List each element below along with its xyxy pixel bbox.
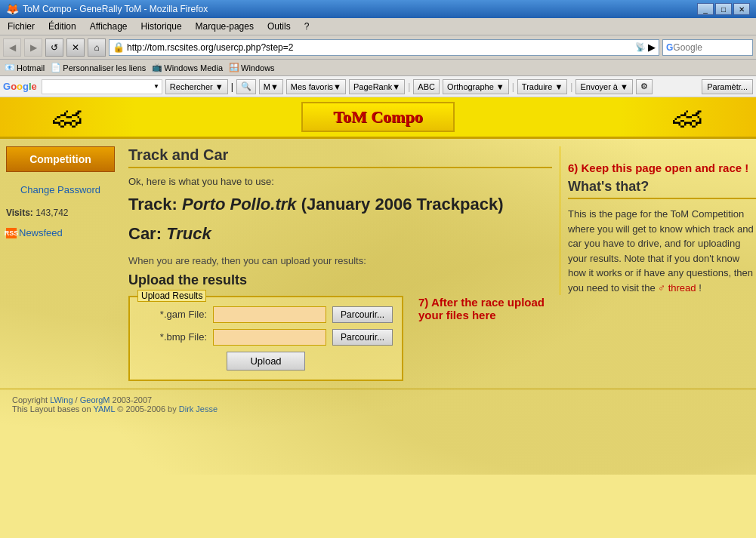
sidebar: Competition Change Password Visits: 143,… xyxy=(0,139,121,389)
track-pack: (January 2006 Trackpack) xyxy=(301,195,504,214)
header-banner-inner: ToM Compo xyxy=(301,102,454,132)
address-input[interactable] xyxy=(127,42,633,53)
search-box[interactable]: G ▼ xyxy=(662,39,753,56)
reload-button[interactable]: ↺ xyxy=(45,38,63,57)
menu-outils[interactable]: Outils xyxy=(264,20,294,33)
address-bar[interactable]: 🔒 📡 ▶ xyxy=(109,39,659,56)
menu-fichier[interactable]: Fichier xyxy=(5,20,38,33)
menu-help[interactable]: ? xyxy=(301,20,313,33)
gbar-mail-button[interactable]: M▼ xyxy=(259,79,283,94)
thread-link[interactable]: ♂ thread xyxy=(658,282,699,294)
menu-affichage[interactable]: Affichage xyxy=(87,20,131,33)
envoyer-button[interactable]: Envoyer à ▼ xyxy=(575,79,632,94)
personnaliser-label[interactable]: Personnaliser les liens xyxy=(63,63,146,72)
georgm-link[interactable]: GeorgM xyxy=(80,395,110,404)
upload-button[interactable]: Upload xyxy=(227,352,304,370)
toolbar: ◀ ▶ ↺ ✕ ⌂ 🔒 📡 ▶ G ▼ xyxy=(0,35,756,60)
footer-year: 2003-2007 xyxy=(113,395,153,404)
keep-open-text: 6) Keep this page open and race ! xyxy=(568,161,756,174)
title-bar-buttons[interactable]: _ □ ✕ xyxy=(697,3,750,15)
gam-file-row: *.gam File: Parcourir... xyxy=(139,306,393,323)
menu-bar: Fichier Édition Affichage Historique Mar… xyxy=(0,18,756,35)
right-column: 6) Keep this page open and race ! What's… xyxy=(560,146,756,295)
lwing-link[interactable]: LWing xyxy=(50,395,73,404)
thread-link-label[interactable]: thread xyxy=(668,282,696,294)
rechercher-button[interactable]: Rechercher ▼ xyxy=(165,79,228,94)
upload-row: Upload Results *.gam File: Parcourir... … xyxy=(128,296,552,381)
competition-button[interactable]: Competition xyxy=(6,146,115,172)
windows-media-icon: 📺 xyxy=(152,63,162,72)
change-password-link[interactable]: Change Password xyxy=(0,178,121,201)
gbar-sep4: | xyxy=(570,81,572,92)
visits-count: 143,742 xyxy=(35,208,68,218)
menu-edition[interactable]: Édition xyxy=(45,20,79,33)
car-name: Truck xyxy=(166,224,211,243)
bookmark-personnaliser[interactable]: 📄 Personnaliser les liens xyxy=(51,63,146,72)
bmp-file-input[interactable] xyxy=(213,329,326,346)
upload-box-legend: Upload Results xyxy=(137,290,206,302)
close-button[interactable]: ✕ xyxy=(733,3,750,15)
stop-button[interactable]: ✕ xyxy=(66,38,85,57)
abc-button[interactable]: ABC xyxy=(413,79,440,94)
bookmark-hotmail[interactable]: 📧 Hotmail xyxy=(5,63,45,72)
gbar-settings-button[interactable]: ⚙ xyxy=(636,79,653,94)
gam-file-input[interactable] xyxy=(213,306,326,323)
back-button[interactable]: ◀ xyxy=(3,38,21,57)
forward-button[interactable]: ▶ xyxy=(24,38,42,57)
bookmark-windows[interactable]: 🪟 Windows xyxy=(229,63,275,72)
footer-layout: This Layout bases on YAML © 2005-2006 by… xyxy=(12,404,744,413)
gbar-sep1: | xyxy=(231,81,233,92)
home-button[interactable]: ⌂ xyxy=(88,38,106,57)
gam-label: *.gam File: xyxy=(139,309,207,320)
params-button[interactable]: Paramètr... xyxy=(702,79,753,94)
bmp-browse-button[interactable]: Parcourir... xyxy=(332,329,393,346)
page-wrapper: 🏎 ToM Compo 🏎 Competition Change Passwor… xyxy=(0,97,756,475)
dirk-link[interactable]: Dirk Jesse xyxy=(179,404,218,413)
google-search-input[interactable] xyxy=(45,82,153,91)
whats-that-body: This is the page for the ToM Competition… xyxy=(568,208,754,294)
site-title: ToM Compo xyxy=(333,107,422,126)
newsfeed-link[interactable]: Newsfeed xyxy=(19,227,63,238)
menu-historique[interactable]: Historique xyxy=(138,20,185,33)
intro-text: Ok, here is what you have to use: xyxy=(128,176,552,187)
gbar-tools-button[interactable]: 🔍 xyxy=(236,79,256,94)
gbar-sep2: | xyxy=(408,81,410,92)
track-detail: Track: Porto Pollo.trk (January 2006 Tra… xyxy=(128,193,552,217)
menu-marquepages[interactable]: Marque-pages xyxy=(193,20,257,33)
maximize-button[interactable]: □ xyxy=(715,3,732,15)
title-bar: 🦊 ToM Compo - GeneRally ToM - Mozilla Fi… xyxy=(0,0,756,18)
sidebar-newsfeed[interactable]: RSS Newsfeed xyxy=(0,224,121,241)
whats-that-title: What's that? xyxy=(568,179,756,199)
bookmark-windows-media[interactable]: 📺 Windows Media xyxy=(152,63,223,72)
windows-media-label[interactable]: Windows Media xyxy=(164,63,223,72)
title-bar-left: 🦊 ToM Compo - GeneRally ToM - Mozilla Fi… xyxy=(6,3,208,15)
browser-icon: 🦊 xyxy=(6,3,19,15)
gam-browse-button[interactable]: Parcourir... xyxy=(332,306,393,323)
personnaliser-icon: 📄 xyxy=(51,63,61,72)
upload-section-title: Upload the results xyxy=(128,272,552,288)
minimize-button[interactable]: _ xyxy=(697,3,714,15)
track-name: Porto Pollo.trk xyxy=(182,195,301,214)
traduire-button[interactable]: Traduire ▼ xyxy=(517,79,568,94)
sidebar-visits: Visits: 143,742 xyxy=(0,201,121,224)
google-g-icon: G xyxy=(666,42,673,53)
footer: Copyright LWing / GeorgM 2003-2007 This … xyxy=(0,389,756,420)
hotmail-label[interactable]: Hotmail xyxy=(17,63,45,72)
window-title: ToM Compo - GeneRally ToM - Mozilla Fire… xyxy=(23,4,208,14)
copyright-text: Copyright xyxy=(12,395,48,404)
orthographe-button[interactable]: Orthographe ▼ xyxy=(443,79,509,94)
bmp-file-row: *.bmp File: Parcourir... xyxy=(139,329,393,346)
search-input[interactable] xyxy=(673,42,756,53)
go-icon[interactable]: ▶ xyxy=(648,42,656,53)
google-dropdown-icon[interactable]: ▼ xyxy=(153,83,159,90)
thread-link-icon: ♂ xyxy=(658,282,665,294)
pagerank-button[interactable]: PageRank▼ xyxy=(349,79,405,94)
content-columns: Track and Car Ok, here is what you have … xyxy=(121,139,756,389)
yaml-link[interactable]: YAML xyxy=(93,404,115,413)
mes-favoris-button[interactable]: Mes favoris▼ xyxy=(286,79,346,94)
windows-label[interactable]: Windows xyxy=(241,63,275,72)
main-content: Competition Change Password Visits: 143,… xyxy=(0,139,756,389)
rss-feed-icon[interactable]: 📡 xyxy=(635,42,646,52)
bookmarks-bar: 📧 Hotmail 📄 Personnaliser les liens 📺 Wi… xyxy=(0,60,756,76)
google-search-box[interactable]: ▼ xyxy=(42,79,162,94)
